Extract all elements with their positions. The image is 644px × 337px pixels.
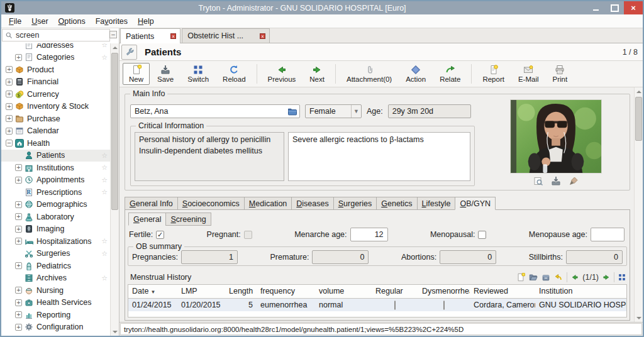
sidebar-item-hospitalizations[interactable]: +Hospitalizations☆ — [1, 235, 110, 248]
collapse-icon[interactable]: − — [6, 140, 13, 146]
expand-icon[interactable]: + — [6, 91, 13, 97]
scroll-down-icon[interactable] — [111, 328, 119, 336]
column-header-length[interactable]: Length — [225, 285, 257, 298]
sidebar-scrollbar[interactable] — [110, 43, 119, 336]
expand-icon[interactable]: + — [15, 238, 22, 245]
sidebar-item-reporting[interactable]: +Reporting — [1, 309, 110, 321]
delete-record-icon[interactable] — [541, 273, 550, 282]
sidebar-item-institutions[interactable]: +Institutions☆ — [1, 162, 110, 174]
sidebar-item-inventory-stock[interactable]: +Inventory & Stock — [1, 101, 110, 113]
photo-save-icon[interactable] — [551, 176, 561, 186]
attachment-0--button[interactable]: Attachment(0) — [340, 63, 398, 85]
scroll-up-icon[interactable] — [111, 43, 119, 52]
expand-icon[interactable]: + — [6, 79, 13, 86]
table-row[interactable]: 01/24/201501/20/20155eumenorrheanormalCo… — [128, 298, 626, 311]
favorite-star-icon[interactable]: ☆ — [101, 237, 108, 245]
scroll-down-icon[interactable] — [635, 314, 643, 322]
sidebar-item-product[interactable]: +Product — [1, 64, 110, 76]
favorite-star-icon[interactable]: ☆ — [101, 43, 108, 49]
sidebar-item-surgeries[interactable]: Surgeries☆ — [1, 248, 110, 260]
subtab-screening[interactable]: Screening — [165, 213, 211, 226]
sidebar-item-health[interactable]: −Health — [1, 137, 110, 150]
column-header-reviewed[interactable]: Reviewed — [470, 285, 535, 298]
cell-date[interactable]: 01/24/2015 — [128, 298, 177, 311]
scrollbar-thumb[interactable] — [111, 53, 118, 210]
scroll-up-icon[interactable] — [635, 87, 643, 96]
cell-institution[interactable]: GNU SOLIDARIO HOSPITAL — [535, 298, 626, 311]
sidebar-item-categories[interactable]: +Categories☆ — [1, 52, 110, 64]
checkbox[interactable] — [478, 231, 486, 239]
add-record-icon[interactable] — [516, 273, 525, 282]
cell-volume[interactable]: normal — [315, 298, 372, 311]
sidebar-item-nursing[interactable]: +Nursing — [1, 284, 110, 297]
tab-genetics[interactable]: Genetics — [376, 197, 417, 210]
favorite-star-icon[interactable]: ☆ — [101, 152, 108, 160]
favorite-star-icon[interactable]: ☆ — [101, 188, 108, 196]
scrollbar-thumb[interactable] — [635, 97, 642, 141]
sidebar-item-currency[interactable]: +$Currency — [1, 88, 110, 101]
search-input[interactable] — [14, 30, 118, 40]
tab-medication[interactable]: Medication — [244, 197, 292, 210]
expand-icon[interactable]: + — [15, 201, 22, 208]
menu-item-user[interactable]: User — [26, 15, 53, 28]
pager-previous-icon[interactable] — [571, 273, 579, 281]
switch-view-icon[interactable] — [618, 273, 626, 281]
expand-icon[interactable]: + — [15, 311, 22, 318]
expand-icon[interactable]: + — [15, 299, 22, 306]
menu-item-file[interactable]: File — [4, 15, 26, 28]
e-mail-button[interactable]: E-Mail — [512, 63, 545, 85]
sidebar-collapse-button[interactable]: − — [109, 31, 117, 38]
input-field[interactable] — [591, 228, 625, 241]
maximize-button[interactable] — [605, 1, 624, 14]
column-header-regular[interactable]: Regular — [372, 285, 418, 298]
critical-info-textarea[interactable]: Severe allergic reactions to β-lactams — [288, 132, 470, 181]
tab-close-icon[interactable]: x — [260, 33, 265, 39]
main-scrollbar[interactable] — [634, 87, 643, 322]
input-field[interactable]: 12 — [350, 228, 388, 241]
subtab-general[interactable]: General — [128, 213, 166, 226]
expand-icon[interactable]: + — [6, 128, 13, 135]
cell-frequency[interactable]: eumenorrhea — [257, 298, 315, 311]
favorite-star-icon[interactable]: ☆ — [101, 274, 108, 282]
sidebar-item-appointments[interactable]: +Appointments☆ — [1, 174, 110, 187]
sidebar-item-imaging[interactable]: +Imaging — [1, 223, 110, 236]
report-button[interactable]: Report — [476, 63, 511, 85]
checkbox[interactable]: ✓ — [156, 231, 164, 239]
tab-socioeconomics[interactable]: Socioeconomics — [177, 197, 245, 210]
sidebar-item-demographics[interactable]: +Demographics — [1, 199, 110, 211]
column-header-frequency[interactable]: frequency — [257, 285, 315, 298]
print-button[interactable]: Print — [547, 63, 574, 85]
column-header-dysmenorrhea[interactable]: Dysmenorrhea — [418, 285, 470, 298]
expand-icon[interactable]: + — [15, 287, 22, 294]
photo-preview-icon[interactable] — [533, 176, 543, 186]
tab-surgeries[interactable]: Surgeries — [333, 197, 377, 210]
open-record-folder-icon[interactable] — [287, 107, 297, 117]
tab-patients[interactable]: Patientsx — [120, 28, 180, 43]
photo-clear-icon[interactable] — [569, 176, 579, 186]
sidebar-item-financial[interactable]: +Financial — [1, 76, 110, 89]
checkbox[interactable] — [443, 301, 445, 310]
sex-select[interactable]: Female ▼ — [305, 104, 362, 118]
open-record-icon[interactable] — [529, 273, 538, 282]
column-header-lmp[interactable]: LMP — [177, 285, 225, 298]
save-button[interactable]: Save — [151, 63, 180, 85]
expand-icon[interactable]: + — [6, 66, 13, 73]
expand-icon[interactable]: + — [15, 177, 22, 184]
undo-icon[interactable] — [554, 273, 563, 282]
sidebar-item-calendar[interactable]: +Calendar — [1, 125, 110, 138]
sidebar-item-configuration[interactable]: +Configuration — [1, 321, 110, 334]
relate-button[interactable]: Relate — [433, 63, 467, 85]
menu-item-favorites[interactable]: Favorites — [91, 15, 133, 28]
expand-icon[interactable]: + — [15, 54, 22, 61]
minimize-button[interactable] — [586, 1, 605, 14]
sidebar-item-purchase[interactable]: +Purchase — [1, 113, 110, 125]
sidebar-item-health-services[interactable]: +Health Services — [1, 297, 110, 309]
column-header-date[interactable]: Date▼ — [128, 285, 177, 298]
switch-button[interactable]: Switch — [181, 63, 215, 85]
cell-reviewed[interactable]: Cordara, Cameron — [470, 298, 535, 311]
expand-icon[interactable]: + — [15, 226, 22, 233]
favorite-star-icon[interactable]: ☆ — [101, 176, 108, 184]
cell-dysmenorrhea[interactable] — [418, 298, 470, 311]
patient-name-field[interactable]: Betz, Ana — [130, 104, 300, 118]
tab-close-icon[interactable]: x — [170, 33, 176, 39]
